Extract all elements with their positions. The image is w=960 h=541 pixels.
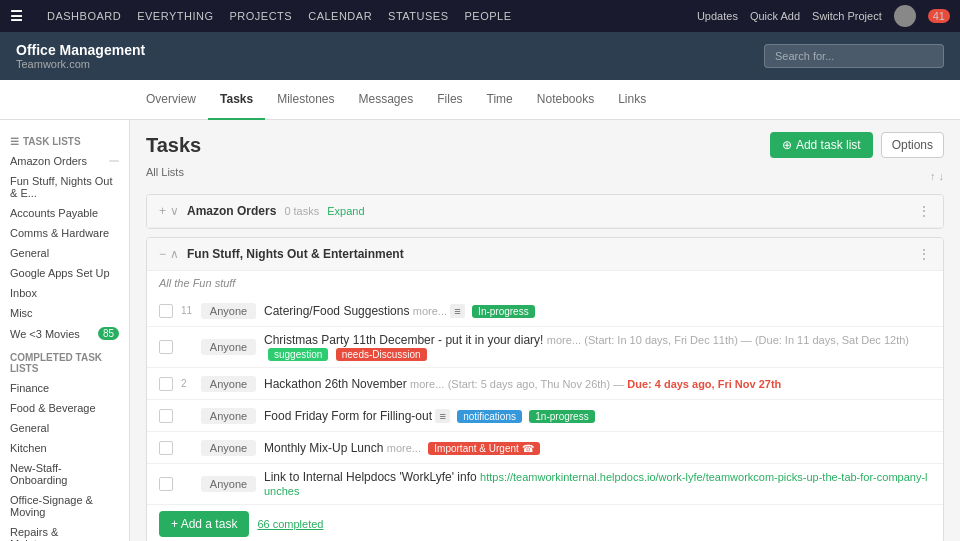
sidebar-item-google-apps[interactable]: Google Apps Set Up xyxy=(0,263,129,283)
task-lists-section-title: ☰ Task lists xyxy=(0,128,129,151)
tag-notifications: notifications xyxy=(457,410,522,423)
collapse-icon[interactable]: ∧ xyxy=(170,247,179,261)
nav-projects[interactable]: Projects xyxy=(230,10,293,22)
task-checkbox[interactable] xyxy=(159,441,173,455)
badge-movies: 85 xyxy=(98,327,119,340)
tab-tasks[interactable]: Tasks xyxy=(208,80,265,120)
switch-project-link[interactable]: Switch Project xyxy=(812,10,882,22)
task-assignee[interactable]: Anyone xyxy=(201,376,256,392)
content-header: Tasks ⊕ Add task list Options xyxy=(146,132,944,158)
sidebar-item-new-staff[interactable]: New-Staff-Onboarding xyxy=(0,458,129,490)
sidebar-item-comms-hardware[interactable]: Comms & Hardware xyxy=(0,223,129,243)
tab-messages[interactable]: Messages xyxy=(347,80,426,120)
header-left: + ∨ Amazon Orders 0 tasks Expand xyxy=(159,204,365,218)
task-assignee[interactable]: Anyone xyxy=(201,440,256,456)
nav-everything[interactable]: Everything xyxy=(137,10,213,22)
tab-files[interactable]: Files xyxy=(425,80,474,120)
top-navigation: ☰ Dashboard Everything Projects Calendar… xyxy=(0,0,960,32)
more-link[interactable]: more... xyxy=(547,334,581,346)
sidebar-item-accounts-payable[interactable]: Accounts Payable xyxy=(0,203,129,223)
date-info: (Start: 5 days ago, Thu Nov 26th) — xyxy=(448,378,628,390)
tab-links[interactable]: Links xyxy=(606,80,658,120)
task-list-header-amazon[interactable]: + ∨ Amazon Orders 0 tasks Expand ⋮ xyxy=(147,195,943,228)
sidebar-item-finance[interactable]: Finance xyxy=(0,378,129,398)
task-assignee[interactable]: Anyone xyxy=(201,408,256,424)
project-info: Office Management Teamwork.com xyxy=(16,42,145,70)
plus-icon: ⊕ xyxy=(782,138,792,152)
controls: − ∧ xyxy=(159,247,179,261)
nav-statuses[interactable]: Statuses xyxy=(388,10,448,22)
more-link[interactable]: more... xyxy=(387,442,421,454)
tab-time[interactable]: Time xyxy=(475,80,525,120)
task-name: Link to Internal Helpdocs 'WorkLyfe' inf… xyxy=(264,470,931,498)
avatar[interactable] xyxy=(894,5,916,27)
task-name: Christmas Party 11th December - put it i… xyxy=(264,333,931,361)
expand-icon[interactable]: + xyxy=(159,204,166,218)
list-options-icon[interactable]: ⋮ xyxy=(917,246,931,262)
file-icon: ≡ xyxy=(435,409,449,423)
minus-icon[interactable]: − xyxy=(159,247,166,261)
add-task-row: + Add a task 66 completed xyxy=(147,505,943,541)
nav-dashboard[interactable]: Dashboard xyxy=(47,10,121,22)
task-name: Food Friday Form for Filling-out ≡ notif… xyxy=(264,409,931,423)
sidebar-item-kitchen[interactable]: Kitchen xyxy=(0,438,129,458)
tab-notebooks[interactable]: Notebooks xyxy=(525,80,606,120)
quick-add-link[interactable]: Quick Add xyxy=(750,10,800,22)
main-layout: ☰ Task lists Amazon Orders Fun Stuff, Ni… xyxy=(0,120,960,541)
table-row: Anyone Food Friday Form for Filling-out … xyxy=(147,400,943,432)
sidebar-item-misc[interactable]: Misc xyxy=(0,303,129,323)
helpdocs-link[interactable]: https://teamworkinternal.helpdocs.io/wor… xyxy=(264,471,928,497)
options-button[interactable]: Options xyxy=(881,132,944,158)
add-task-list-button[interactable]: ⊕ Add task list xyxy=(770,132,873,158)
top-nav-left: ☰ Dashboard Everything Projects Calendar… xyxy=(10,8,512,24)
sidebar-item-repairs[interactable]: Repairs & Maintenance xyxy=(0,522,129,541)
sidebar-item-amazon-orders[interactable]: Amazon Orders xyxy=(0,151,129,171)
completed-link[interactable]: 66 completed xyxy=(257,518,323,530)
sidebar-item-food-beverage[interactable]: Food & Beverage xyxy=(0,398,129,418)
list-options-icon[interactable]: ⋮ xyxy=(917,203,931,219)
list-icon: ☰ xyxy=(10,136,19,147)
task-assignee[interactable]: Anyone xyxy=(201,303,256,319)
task-num: 2 xyxy=(181,378,193,389)
task-assignee[interactable]: Anyone xyxy=(201,476,256,492)
table-row: Anyone Monthly Mix-Up Lunch more... Impo… xyxy=(147,432,943,464)
task-checkbox[interactable] xyxy=(159,409,173,423)
tag-suggestion: suggestion xyxy=(268,348,328,361)
tag-inprogress: 1n-progress xyxy=(529,410,594,423)
tab-milestones[interactable]: Milestones xyxy=(265,80,346,120)
task-list-header-fun-stuff[interactable]: − ∧ Fun Stuff, Nights Out & Entertainmen… xyxy=(147,238,943,271)
tag-inprogress: In-progress xyxy=(472,305,535,318)
sidebar-item-general[interactable]: General xyxy=(0,243,129,263)
tab-overview[interactable]: Overview xyxy=(134,80,208,120)
nav-calendar[interactable]: Calendar xyxy=(308,10,372,22)
more-link[interactable]: more... xyxy=(413,305,447,317)
sidebar-item-general-completed[interactable]: General xyxy=(0,418,129,438)
sidebar-item-office-signage[interactable]: Office-Signage & Moving xyxy=(0,490,129,522)
notification-badge[interactable]: 41 xyxy=(928,9,950,23)
tag-important: Important & Urgent ☎ xyxy=(428,442,539,455)
task-checkbox[interactable] xyxy=(159,304,173,318)
task-assignee[interactable]: Anyone xyxy=(201,339,256,355)
task-checkbox[interactable] xyxy=(159,377,173,391)
sidebar-item-inbox[interactable]: Inbox xyxy=(0,283,129,303)
collapse-icon[interactable]: ∨ xyxy=(170,204,179,218)
task-checkbox[interactable] xyxy=(159,477,173,491)
date-info: (Start: In 10 days, Fri Dec 11th) — (Due… xyxy=(584,334,909,346)
nav-people[interactable]: People xyxy=(465,10,512,22)
task-checkbox[interactable] xyxy=(159,340,173,354)
expand-link[interactable]: Expand xyxy=(327,205,364,217)
add-task-button[interactable]: + Add a task xyxy=(159,511,249,537)
file-icon: ≡ xyxy=(450,304,464,318)
project-title: Office Management xyxy=(16,42,145,58)
sidebar-item-we-love-movies[interactable]: We <3 Movies 85 xyxy=(0,323,129,344)
header-left: − ∧ Fun Stuff, Nights Out & Entertainmen… xyxy=(159,247,404,261)
more-link[interactable]: more... xyxy=(410,378,444,390)
updates-link[interactable]: Updates xyxy=(697,10,738,22)
sort-indicator[interactable]: ↑ ↓ xyxy=(930,170,944,182)
project-header: Office Management Teamwork.com xyxy=(0,32,960,80)
sidebar-item-fun-stuff[interactable]: Fun Stuff, Nights Out & E... xyxy=(0,171,129,203)
table-row: Anyone Link to Internal Helpdocs 'WorkLy… xyxy=(147,464,943,505)
header-actions: ⊕ Add task list Options xyxy=(770,132,944,158)
search-input[interactable] xyxy=(764,44,944,68)
task-name: Catering/Food Suggestions more... ≡ In-p… xyxy=(264,304,931,318)
